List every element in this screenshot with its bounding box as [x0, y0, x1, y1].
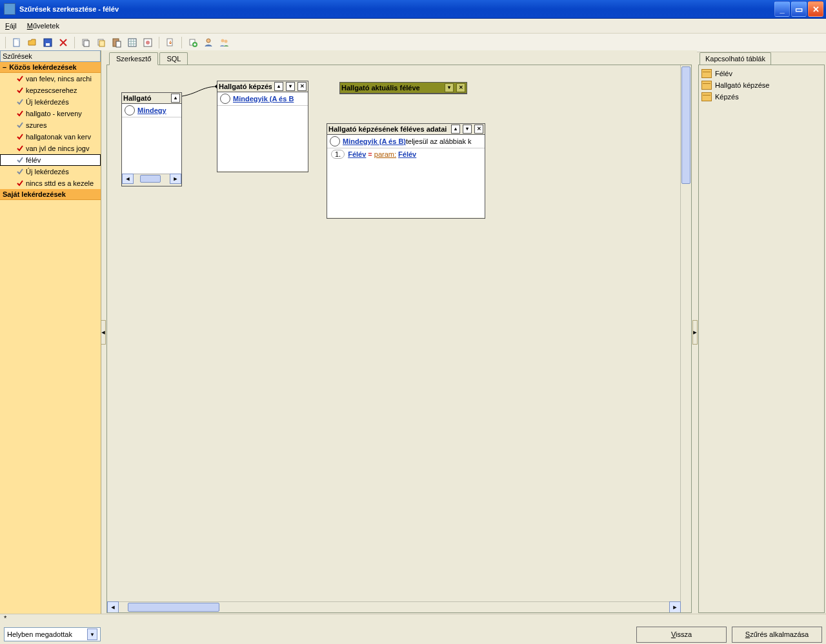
table-item[interactable]: Képzés	[701, 91, 821, 103]
app-icon	[4, 3, 15, 15]
checkmark-gray-icon	[17, 168, 23, 175]
collapse-icon[interactable]: ▴	[451, 125, 460, 134]
tree-item[interactable]: nincs sttd es a kezele	[0, 177, 101, 189]
footer-star: *	[0, 614, 826, 625]
table-item-label: Hallgató képzése	[715, 81, 769, 89]
table-item[interactable]: Félév	[701, 68, 821, 79]
menu-ops-label: űveletek	[33, 22, 59, 30]
entity-hallgato[interactable]: Hallgató ▴ Mindegy ◄►	[121, 92, 182, 186]
checkmark-red-icon	[17, 87, 23, 94]
tree-item-label: hallgatonak van kerv	[26, 133, 91, 141]
tabs: Szerkesztő SQL	[105, 50, 693, 65]
users-icon[interactable]	[217, 35, 231, 50]
tree-item[interactable]: van jvl de nincs jogv	[0, 143, 101, 154]
menu-file[interactable]: Fájl	[3, 21, 19, 31]
svg-point-18	[225, 40, 228, 43]
checkmark-red-icon	[17, 110, 23, 117]
dropdown-icon[interactable]: ▾	[445, 83, 454, 92]
entity-kepzese[interactable]: Hallgató képzése ▴ ▾ ✕ Mindegyik (A és B	[217, 81, 308, 172]
tree-item[interactable]: kepzescserehez	[0, 85, 101, 96]
tree-item[interactable]: hallgato - kerveny	[0, 108, 101, 119]
close-button[interactable]: ✕	[808, 1, 823, 17]
scope-select[interactable]: Helyben megadottak▼	[4, 627, 101, 641]
entity-feleves-cond[interactable]: Mindegyik (A és B) teljesül az alábbiak …	[327, 135, 485, 148]
dropdown-icon[interactable]: ▾	[286, 82, 295, 91]
delete-icon[interactable]	[56, 35, 70, 50]
tab-editor[interactable]: Szerkesztő	[109, 52, 158, 65]
minimize-button[interactable]: _	[774, 1, 790, 17]
entity-hallgato-cond[interactable]: Mindegy	[122, 104, 181, 117]
dropdown-icon[interactable]: ▾	[463, 125, 472, 134]
tab-sql[interactable]: SQL	[159, 52, 188, 65]
canvas-vscroll[interactable]	[680, 65, 691, 602]
back-button[interactable]: Vissza	[636, 627, 727, 643]
maximize-button[interactable]: ▭	[791, 1, 807, 17]
copy2-icon[interactable]	[94, 35, 108, 50]
save-icon[interactable]	[41, 35, 55, 50]
add-green-icon[interactable]	[186, 35, 200, 50]
svg-rect-10	[128, 39, 136, 46]
linkable-tables[interactable]: FélévHallgató képzéseKépzés	[698, 65, 825, 613]
open-icon[interactable]	[25, 35, 39, 50]
checkmark-gray-icon	[17, 157, 23, 163]
tree-item[interactable]: félév	[0, 154, 101, 166]
menu-bar: Fájl Műveletek	[0, 19, 826, 34]
entity-feleves-title: Hallgató képzésének féléves adatai	[328, 125, 448, 133]
field-link[interactable]: Félév	[348, 150, 366, 158]
svg-rect-5	[84, 41, 89, 46]
copy-icon[interactable]	[79, 35, 93, 50]
table-icon	[701, 81, 712, 90]
new-icon[interactable]	[10, 35, 24, 50]
group-common[interactable]: –Közös lekérdezések	[0, 62, 101, 73]
entity-hallgato-scroll[interactable]: ◄►	[122, 174, 181, 183]
param-link[interactable]: Félév	[398, 150, 416, 158]
chevron-down-icon[interactable]: ▼	[87, 629, 97, 640]
menu-ops[interactable]: Műveletek	[25, 21, 62, 31]
right-panel: Kapcsolható táblák FélévHallgató képzése…	[697, 50, 826, 614]
table-icon	[701, 92, 712, 101]
collapse-icon[interactable]: ▴	[274, 82, 283, 91]
checkmark-red-icon	[17, 134, 23, 140]
export-icon[interactable]	[163, 35, 177, 50]
apply-filter-button[interactable]: Szűrés alkalmazása	[732, 627, 822, 643]
design-canvas[interactable]: Hallgató ▴ Mindegy ◄► Hallgató képzése ▴…	[107, 65, 691, 612]
collapse-icon[interactable]: ▴	[171, 94, 180, 103]
entity-kepzese-cond[interactable]: Mindegyik (A és B	[217, 92, 308, 106]
table-icon	[701, 69, 712, 78]
entity-feleves[interactable]: Hallgató képzésének féléves adatai ▴ ▾ ✕…	[327, 123, 485, 219]
svg-point-17	[221, 39, 225, 43]
tree-item-label: félév	[26, 156, 41, 164]
close-icon[interactable]: ✕	[456, 83, 465, 92]
menu-file-label: ájl	[10, 22, 17, 30]
right-tab[interactable]: Kapcsolható táblák	[700, 52, 771, 65]
user-icon[interactable]	[201, 35, 216, 50]
tree-item[interactable]: hallgatonak van kerv	[0, 131, 101, 143]
checkmark-gray-icon	[17, 122, 23, 128]
grid-icon[interactable]	[125, 35, 139, 50]
svg-rect-9	[116, 41, 121, 47]
filters-tree[interactable]: –Közös lekérdezések van felev, nincs arc…	[0, 62, 101, 614]
entity-aktualis[interactable]: Hallgató aktuális féléve ▾ ✕	[339, 82, 467, 94]
close-icon[interactable]: ✕	[474, 125, 483, 134]
close-icon[interactable]: ✕	[297, 82, 307, 91]
entity-kepzese-title: Hallgató képzése	[219, 83, 272, 90]
window-title: Szűrések szerkesztése - félév	[18, 5, 774, 13]
param-label: param:	[374, 150, 396, 158]
left-panel: Szűrések –Közös lekérdezések van felev, …	[0, 50, 101, 614]
tree-item[interactable]: Új lekérdezés	[0, 96, 101, 108]
entity-hallgato-title: Hallgató	[123, 94, 168, 102]
svg-rect-1	[17, 39, 19, 41]
checkmark-red-icon	[17, 75, 23, 82]
table-item-label: Félév	[715, 70, 732, 77]
group-own[interactable]: Saját lekérdezések	[0, 189, 101, 200]
props-icon[interactable]	[141, 35, 155, 50]
paste-icon[interactable]	[110, 35, 124, 50]
entity-feleves-row1[interactable]: 1. Félév = param: Félév	[327, 148, 485, 160]
tree-item[interactable]: Új lekérdezés	[0, 166, 101, 177]
svg-point-16	[206, 39, 210, 43]
canvas-hscroll[interactable]: ◄►	[107, 601, 681, 612]
tree-item[interactable]: van felev, nincs archi	[0, 73, 101, 85]
tree-item[interactable]: szures	[0, 119, 101, 131]
tree-item-label: Új lekérdezés	[26, 98, 69, 106]
table-item[interactable]: Hallgató képzése	[701, 79, 821, 91]
